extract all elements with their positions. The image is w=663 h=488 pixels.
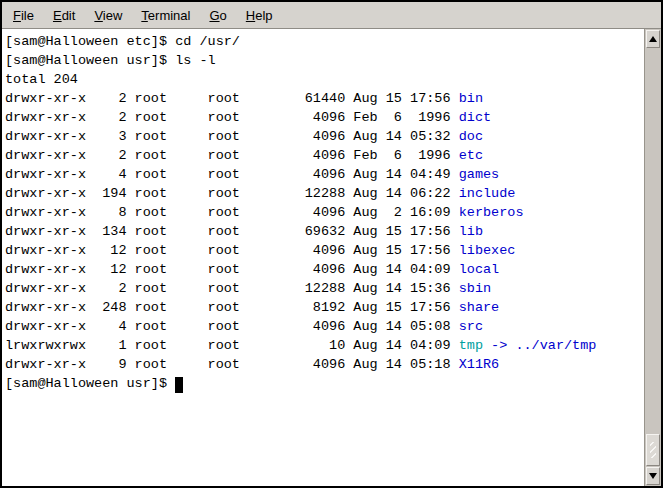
menu-bar: File Edit View Terminal Go Help (2, 2, 661, 29)
file-attributes: lrwxrwxrwx 1 root root 10 Aug 14 04:09 (5, 338, 459, 353)
terminal-line: drwxr-xr-x 12 root root 4096 Aug 14 04:0… (5, 260, 644, 279)
terminal-line: drwxr-xr-x 8 root root 4096 Aug 2 16:09 … (5, 203, 644, 222)
file-name: doc (459, 129, 483, 144)
file-attributes: drwxr-xr-x 2 root root 61440 Aug 15 17:5… (5, 91, 459, 106)
file-name: X11R6 (459, 357, 500, 372)
terminal-line: drwxr-xr-x 12 root root 4096 Aug 15 17:5… (5, 241, 644, 260)
symlink-target: -> ../var/tmp (491, 338, 596, 353)
file-attributes: drwxr-xr-x 2 root root 4096 Feb 6 1996 (5, 110, 459, 125)
terminal-line: total 204 (5, 70, 644, 89)
menu-item-file[interactable]: File (5, 4, 42, 27)
file-attributes: drwxr-xr-x 134 root root 69632 Aug 15 17… (5, 224, 459, 239)
file-name: src (459, 319, 483, 334)
file-attributes: drwxr-xr-x 9 root root 4096 Aug 14 05:18 (5, 357, 459, 372)
terminal-line: drwxr-xr-x 248 root root 8192 Aug 15 17:… (5, 298, 644, 317)
terminal-line: drwxr-xr-x 3 root root 4096 Aug 14 05:32… (5, 127, 644, 146)
menu-item-view[interactable]: View (86, 4, 130, 27)
file-attributes: drwxr-xr-x 12 root root 4096 Aug 15 17:5… (5, 243, 459, 258)
menu-item-help[interactable]: Help (238, 4, 281, 27)
terminal-line: drwxr-xr-x 4 root root 4096 Aug 14 05:08… (5, 317, 644, 336)
file-name: include (459, 186, 516, 201)
terminal-line: [sam@Halloween usr]$ (5, 374, 644, 393)
file-name: sbin (459, 281, 491, 296)
file-name: etc (459, 148, 483, 163)
scrollbar-thumb[interactable] (646, 434, 660, 466)
terminal-line: drwxr-xr-x 134 root root 69632 Aug 15 17… (5, 222, 644, 241)
file-attributes: drwxr-xr-x 8 root root 4096 Aug 2 16:09 (5, 205, 459, 220)
terminal-line: drwxr-xr-x 9 root root 4096 Aug 14 05:18… (5, 355, 644, 374)
terminal-output[interactable]: [sam@Halloween etc]$ cd /usr/[sam@Hallow… (2, 29, 644, 486)
scroll-up-button[interactable] (646, 30, 660, 48)
file-name: share (459, 300, 500, 315)
triangle-up-icon (649, 36, 657, 42)
menu-item-edit[interactable]: Edit (45, 4, 83, 27)
terminal-text (483, 338, 491, 353)
file-attributes: drwxr-xr-x 4 root root 4096 Aug 14 04:49 (5, 167, 459, 182)
prompt-command: [sam@Halloween etc]$ cd /usr/ (5, 34, 240, 49)
terminal-line: drwxr-xr-x 2 root root 4096 Feb 6 1996 e… (5, 146, 644, 165)
terminal-line: [sam@Halloween etc]$ cd /usr/ (5, 32, 644, 51)
terminal-line: drwxr-xr-x 2 root root 12288 Aug 14 15:3… (5, 279, 644, 298)
file-attributes: drwxr-xr-x 12 root root 4096 Aug 14 04:0… (5, 262, 459, 277)
menu-item-terminal[interactable]: Terminal (133, 4, 198, 27)
file-attributes: drwxr-xr-x 248 root root 8192 Aug 15 17:… (5, 300, 459, 315)
terminal-line: drwxr-xr-x 2 root root 61440 Aug 15 17:5… (5, 89, 644, 108)
file-attributes: drwxr-xr-x 2 root root 12288 Aug 14 15:3… (5, 281, 459, 296)
terminal-line: drwxr-xr-x 4 root root 4096 Aug 14 04:49… (5, 165, 644, 184)
file-attributes: drwxr-xr-x 3 root root 4096 Aug 14 05:32 (5, 129, 459, 144)
file-attributes: drwxr-xr-x 4 root root 4096 Aug 14 05:08 (5, 319, 459, 334)
file-name: lib (459, 224, 483, 239)
file-attributes: drwxr-xr-x 194 root root 12288 Aug 14 06… (5, 186, 459, 201)
shell-prompt: [sam@Halloween usr]$ (5, 376, 175, 391)
file-name: games (459, 167, 500, 182)
terminal-window: File Edit View Terminal Go Help [sam@Hal… (0, 0, 663, 488)
scroll-down-button[interactable] (646, 467, 660, 485)
terminal-line: drwxr-xr-x 194 root root 12288 Aug 14 06… (5, 184, 644, 203)
file-name: libexec (459, 243, 516, 258)
file-attributes: drwxr-xr-x 2 root root 4096 Feb 6 1996 (5, 148, 459, 163)
prompt-command: [sam@Halloween usr]$ ls -l (5, 53, 216, 68)
terminal-cursor (175, 377, 183, 393)
terminal-line: drwxr-xr-x 2 root root 4096 Feb 6 1996 d… (5, 108, 644, 127)
triangle-down-icon (649, 473, 657, 479)
scrollbar[interactable] (644, 29, 661, 486)
terminal-line: lrwxrwxrwx 1 root root 10 Aug 14 04:09 t… (5, 336, 644, 355)
total-line: total 204 (5, 72, 78, 87)
menu-item-go[interactable]: Go (201, 4, 234, 27)
file-name: bin (459, 91, 483, 106)
terminal-line: [sam@Halloween usr]$ ls -l (5, 51, 644, 70)
file-name: local (459, 262, 500, 277)
file-name: tmp (459, 338, 483, 353)
file-name: dict (459, 110, 491, 125)
file-name: kerberos (459, 205, 524, 220)
